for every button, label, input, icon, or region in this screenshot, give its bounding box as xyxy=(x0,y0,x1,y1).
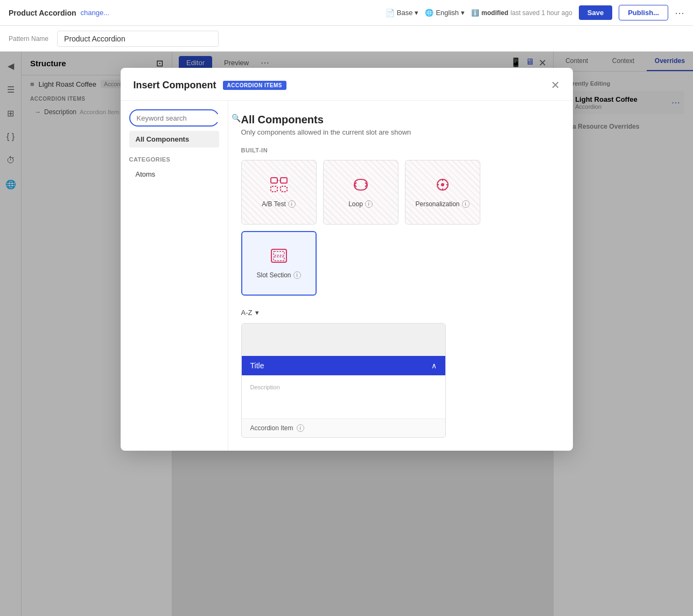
pattern-bar: Pattern Name xyxy=(0,26,693,52)
modal-overlay: Insert Component ACCORDION ITEMS ✕ 🔍 All… xyxy=(0,52,693,616)
card-bg-pattern-3 xyxy=(405,160,480,224)
modal-header: Insert Component ACCORDION ITEMS ✕ xyxy=(121,68,573,101)
accordion-preview: Title ∧ Description Accordion Item i xyxy=(241,323,446,438)
component-cards: A/B Test i xyxy=(241,160,560,296)
accordion-item-label: Accordion Item xyxy=(250,424,293,432)
chevron-down-icon: ▾ xyxy=(415,9,418,17)
component-card-loop[interactable]: Loop i xyxy=(323,160,398,225)
modal-sidebar: 🔍 All Components CATEGORIES Atoms xyxy=(121,101,228,451)
change-link[interactable]: change... xyxy=(81,9,110,17)
chevron-down-icon-2: ▾ xyxy=(461,9,465,17)
modal-title-row: Insert Component ACCORDION ITEMS xyxy=(134,80,287,91)
accordion-title-text: Title xyxy=(250,361,264,370)
accordion-description-text: Description xyxy=(250,384,280,390)
base-selector[interactable]: 📄 Base ▾ xyxy=(386,9,419,17)
accordion-chevron-up-icon[interactable]: ∧ xyxy=(431,361,437,370)
page-icon: 📄 xyxy=(386,9,395,17)
keyword-search-input[interactable] xyxy=(137,114,227,122)
component-card-slot-section[interactable]: Slot Section i xyxy=(241,231,317,296)
svg-rect-11 xyxy=(274,251,284,255)
topbar-right: 📄 Base ▾ 🌐 English ▾ ℹ️ modified last sa… xyxy=(386,5,684,20)
language-selector[interactable]: 🌐 English ▾ xyxy=(425,9,465,17)
slot-section-icon xyxy=(270,248,288,267)
search-box: 🔍 xyxy=(129,109,219,127)
modal-section-title: All Components xyxy=(241,114,560,126)
modal-badge: ACCORDION ITEMS xyxy=(223,81,287,90)
globe-icon: 🌐 xyxy=(425,9,433,17)
modified-status: ℹ️ modified last saved 1 hour ago xyxy=(471,9,572,17)
modal-close-button[interactable]: ✕ xyxy=(551,79,560,92)
accordion-footer: Accordion Item i xyxy=(242,418,445,437)
pattern-label: Pattern Name xyxy=(9,35,48,43)
component-card-personalization[interactable]: Personalization i xyxy=(405,160,480,225)
component-card-ab-test[interactable]: A/B Test i xyxy=(241,160,317,225)
more-menu-button[interactable]: ⋯ xyxy=(675,7,684,19)
save-button[interactable]: Save xyxy=(579,5,612,20)
topbar-left: Product Accordion change... xyxy=(9,9,109,17)
pattern-name-input[interactable] xyxy=(57,31,219,47)
card-bg-pattern-2 xyxy=(324,160,398,224)
accordion-preview-top xyxy=(242,324,445,356)
modal-title: Insert Component xyxy=(134,80,216,91)
category-atoms[interactable]: Atoms xyxy=(129,167,219,181)
modal-body: 🔍 All Components CATEGORIES Atoms All Co… xyxy=(121,101,573,451)
product-name: Product Accordion xyxy=(9,9,76,17)
insert-component-modal: Insert Component ACCORDION ITEMS ✕ 🔍 All… xyxy=(121,68,573,451)
svg-rect-12 xyxy=(274,257,284,261)
sort-chevron-icon: ▾ xyxy=(255,309,259,317)
sort-row[interactable]: A-Z ▾ xyxy=(241,309,560,317)
categories-label: CATEGORIES xyxy=(129,156,219,163)
card-bg-pattern xyxy=(242,160,316,224)
slot-section-info-icon[interactable]: i xyxy=(293,271,301,279)
accordion-title-bar: Title ∧ xyxy=(242,356,445,375)
modal-section-subtitle: Only components allowed in the current s… xyxy=(241,128,560,136)
all-components-button[interactable]: All Components xyxy=(129,131,219,148)
sort-label: A-Z xyxy=(241,309,253,317)
accordion-item-info-icon[interactable]: i xyxy=(297,424,304,432)
built-in-label: BUILT-IN xyxy=(241,147,560,153)
modal-main-content: All Components Only components allowed i… xyxy=(228,101,573,451)
accordion-body: Description xyxy=(242,375,445,418)
slot-section-label: Slot Section i xyxy=(256,271,300,279)
main-layout: ◀ ☰ ⊞ { } ⏱ 🌐 Structure ⊡ ≡ Light Roast … xyxy=(0,52,693,616)
topbar: Product Accordion change... 📄 Base ▾ 🌐 E… xyxy=(0,0,693,26)
publish-button[interactable]: Publish... xyxy=(619,5,668,20)
